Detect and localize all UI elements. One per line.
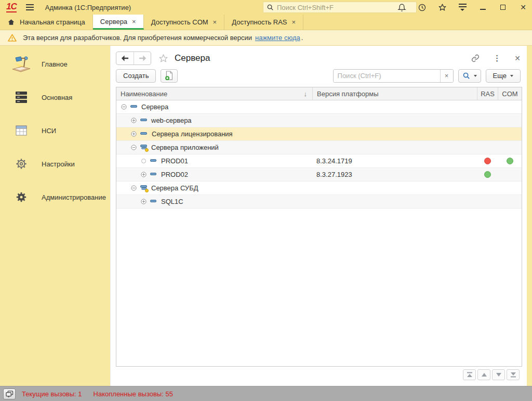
create-group-button[interactable] bbox=[161, 69, 178, 83]
performance-indicators-icon[interactable] bbox=[3, 389, 16, 399]
service-menu-icon[interactable] bbox=[458, 3, 467, 12]
table-row[interactable]: Сервера приложений bbox=[116, 141, 522, 154]
history-icon[interactable] bbox=[417, 3, 427, 12]
favorite-star-icon[interactable] bbox=[158, 54, 168, 63]
create-group-icon bbox=[165, 71, 174, 81]
tab-close-icon[interactable]: × bbox=[132, 18, 136, 25]
table-grid-icon bbox=[10, 125, 32, 136]
sidebar-item-osnovnaya[interactable]: Основная bbox=[0, 81, 110, 114]
tab-servers[interactable]: Сервера × bbox=[93, 15, 144, 30]
platform-version bbox=[312, 141, 477, 154]
close-window-button[interactable]: ✕ bbox=[518, 3, 528, 12]
desk-lamp-icon bbox=[10, 54, 32, 74]
server-item-icon bbox=[150, 158, 158, 164]
tab-availability-ras[interactable]: Доступность RAS × bbox=[224, 15, 303, 30]
back-button[interactable] bbox=[116, 52, 134, 64]
node-label: Сервера лицензирования bbox=[150, 130, 235, 138]
favorites-star-icon[interactable] bbox=[437, 3, 447, 12]
server-item-icon bbox=[150, 171, 158, 178]
sidebar-item-label: Настройки bbox=[42, 160, 75, 168]
more-button[interactable]: Еще bbox=[486, 69, 521, 83]
table-row[interactable]: PROD018.3.24.1719 bbox=[116, 154, 522, 168]
column-header-ras[interactable]: RAS bbox=[477, 87, 498, 100]
search-icon bbox=[462, 72, 470, 80]
table-row[interactable]: PROD028.3.27.1923 bbox=[116, 168, 522, 182]
hamburger-menu-icon[interactable] bbox=[26, 4, 34, 10]
server-group-open-icon bbox=[140, 144, 148, 151]
current-calls: Текущие вызовы: 1 bbox=[22, 390, 82, 398]
maximize-button[interactable] bbox=[498, 3, 508, 12]
gear-solid-icon bbox=[10, 192, 32, 202]
column-header-version[interactable]: Версия платформы bbox=[312, 87, 477, 100]
table-row[interactable]: Сервера СУБД bbox=[116, 182, 522, 195]
go-last-button[interactable] bbox=[507, 369, 520, 380]
sidebar-item-nsi[interactable]: НСИ bbox=[0, 114, 110, 147]
table-row[interactable]: Сервера лицензирования bbox=[116, 127, 522, 141]
sidebar-item-administration[interactable]: Администрирование bbox=[0, 180, 110, 214]
banner-link[interactable]: нажмите сюда bbox=[255, 34, 300, 42]
node-label: web-сервера bbox=[151, 117, 192, 124]
expand-icon[interactable] bbox=[131, 131, 137, 137]
platform-version bbox=[312, 114, 477, 127]
sidebar-item-label: Основная bbox=[42, 94, 72, 101]
list-search-input[interactable] bbox=[334, 70, 440, 82]
column-header-com[interactable]: COM bbox=[498, 87, 522, 100]
forward-button[interactable] bbox=[134, 52, 151, 64]
node-label: SQL1C bbox=[161, 198, 183, 205]
search-dropdown-button[interactable] bbox=[458, 69, 481, 83]
server-stack-icon bbox=[10, 92, 32, 103]
tab-bar: Начальная страница Сервера × Доступность… bbox=[0, 15, 532, 30]
tab-close-icon[interactable]: × bbox=[213, 19, 217, 25]
servers-form: Сервера ⋮ ✕ Создать × Еще bbox=[110, 46, 532, 386]
server-group-open-icon bbox=[140, 185, 148, 191]
go-first-button[interactable] bbox=[463, 369, 476, 380]
expand-icon[interactable] bbox=[141, 172, 147, 177]
go-down-button[interactable] bbox=[492, 369, 505, 380]
platform-version bbox=[312, 100, 477, 113]
com-status-indicator bbox=[507, 158, 513, 164]
global-search-input[interactable] bbox=[277, 4, 413, 11]
platform-version: 8.3.24.1719 bbox=[312, 154, 477, 167]
row-navigation-buttons bbox=[463, 369, 520, 380]
tab-close-icon[interactable]: × bbox=[292, 19, 296, 25]
status-bar: Текущие вызовы: 1 Накопленные вызовы: 55 bbox=[0, 386, 532, 401]
table-row[interactable]: SQL1C bbox=[116, 195, 522, 209]
minimize-button[interactable] bbox=[478, 3, 487, 12]
close-form-icon[interactable]: ✕ bbox=[514, 54, 521, 62]
notifications-bell-icon[interactable] bbox=[397, 3, 406, 12]
sidebar-item-label: Главное bbox=[42, 60, 68, 68]
chevron-down-icon bbox=[510, 75, 513, 77]
tab-availability-com[interactable]: Доступность COM × bbox=[144, 15, 225, 30]
server-group-icon bbox=[140, 131, 148, 137]
node-label: PROD01 bbox=[161, 157, 188, 165]
collapse-icon[interactable] bbox=[131, 145, 137, 150]
dev-version-banner: Эта версия для разработчиков. Для приобр… bbox=[0, 30, 532, 46]
create-button[interactable]: Создать bbox=[116, 69, 156, 83]
leaf-circle-icon bbox=[141, 158, 147, 164]
sidebar-item-settings[interactable]: Настройки bbox=[0, 147, 110, 180]
table-row[interactable]: Сервера bbox=[116, 100, 522, 114]
expand-icon[interactable] bbox=[131, 118, 137, 123]
warning-icon bbox=[7, 33, 17, 43]
collapse-icon[interactable] bbox=[131, 185, 137, 191]
sidebar-item-main[interactable]: Главное bbox=[0, 47, 110, 81]
server-group-icon bbox=[140, 117, 148, 124]
expand-icon[interactable] bbox=[141, 199, 147, 204]
table-row[interactable]: web-сервера bbox=[116, 114, 522, 127]
node-label: Сервера СУБД bbox=[151, 184, 198, 192]
ras-status-indicator bbox=[484, 158, 491, 164]
collapse-icon[interactable] bbox=[121, 104, 127, 110]
global-search[interactable] bbox=[263, 2, 417, 13]
table-header: Наименование ↓ Версия платформы RAS COM bbox=[116, 87, 522, 100]
clear-search-icon[interactable]: × bbox=[440, 70, 453, 82]
node-label: Сервера bbox=[141, 103, 168, 111]
ras-status-indicator bbox=[484, 171, 491, 178]
tab-home[interactable]: Начальная страница bbox=[0, 15, 93, 30]
search-icon bbox=[267, 4, 274, 11]
more-menu-icon[interactable]: ⋮ bbox=[493, 54, 501, 63]
get-link-icon[interactable] bbox=[471, 54, 480, 62]
column-header-name[interactable]: Наименование ↓ bbox=[116, 87, 312, 100]
go-up-button[interactable] bbox=[477, 369, 490, 380]
list-search: × bbox=[333, 69, 454, 83]
tree-body: Сервераweb-сервераСервера лицензирования… bbox=[116, 100, 522, 209]
